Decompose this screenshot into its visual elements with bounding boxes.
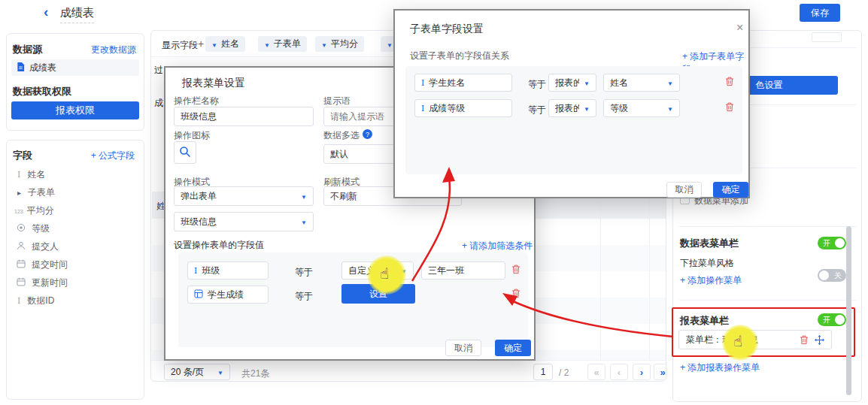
partial-control [812, 32, 842, 42]
permission-title: 数据获取权限 [13, 85, 71, 98]
hand-cursor-icon: ☝ [380, 264, 389, 283]
field-input-class[interactable]: 班级 [187, 261, 269, 280]
dropdown-style-toggle[interactable]: 关 [818, 269, 846, 282]
report-menu-title: 报表菜单栏 [680, 314, 729, 328]
tip-label: 提示语 [323, 95, 351, 107]
caret-down-icon [217, 367, 223, 377]
panel-scrollbar[interactable] [846, 226, 851, 395]
number-icon [14, 205, 23, 216]
option-icon [17, 223, 26, 234]
hand-cursor-icon: ☝ [733, 332, 742, 350]
table-menu-toggle[interactable]: 开 [818, 237, 846, 249]
change-datasource-link[interactable]: 更改数据源 [91, 44, 136, 56]
add-filter-link[interactable]: + 请添加筛选条件 [462, 240, 533, 252]
caret-down-icon [584, 103, 590, 113]
op-icon-picker[interactable] [174, 141, 196, 164]
question-icon[interactable]: ? [363, 129, 372, 139]
relation-section-title: 设置子表单的字段值关系 [410, 50, 509, 62]
page-size-select[interactable]: 20 条/页 [164, 364, 230, 380]
op-mode-select[interactable]: 弹出表单 [174, 186, 314, 206]
multi-select-label: 数据多选 [323, 129, 360, 142]
calendar-icon [17, 259, 26, 271]
confirm-button[interactable]: 确定 [713, 182, 748, 198]
text-field-icon [17, 295, 20, 306]
text-field-icon [421, 103, 424, 113]
op-name-label: 操作栏名称 [174, 95, 219, 107]
report-permission-button[interactable]: 报表权限 [11, 101, 139, 119]
add-action-menu-link[interactable]: + 添加操作菜单 [680, 274, 742, 287]
page-total-label: / 2 [559, 367, 569, 378]
next-page-button[interactable]: › [633, 364, 651, 380]
fields-title: 字段 [13, 149, 32, 162]
confirm-button[interactable]: 确定 [495, 340, 531, 356]
cancel-button[interactable]: 取消 [666, 182, 702, 198]
field-item-average[interactable]: 平均分 [14, 202, 54, 219]
form-icon [194, 289, 203, 301]
report-menu-toggle[interactable]: 开 [818, 313, 846, 326]
add-display-field-button[interactable]: + [198, 38, 204, 50]
text-field-icon [17, 169, 20, 180]
operator-label: 等于 [528, 104, 546, 116]
subform-field-input[interactable]: 成绩等级 [414, 99, 512, 117]
table-column-divider [649, 192, 650, 360]
last-page-button[interactable]: » [654, 364, 666, 380]
field-item-name[interactable]: 姓名 [17, 166, 45, 183]
field-item-data-id[interactable]: 数据ID [17, 292, 54, 309]
first-page-button[interactable]: « [587, 364, 605, 380]
move-icon[interactable] [815, 335, 824, 345]
datasource-card: 数据源 更改数据源 成绩表 数据获取权限 报表权限 [6, 33, 144, 131]
page-title: 成绩表 [60, 6, 94, 23]
field-item-subform[interactable]: 子表单 [17, 184, 55, 201]
form-select[interactable]: 班级信息 [174, 212, 314, 231]
caret-down-icon [667, 103, 673, 113]
close-icon[interactable]: × [736, 21, 743, 35]
field-item-submitter[interactable]: 提交人 [17, 238, 59, 255]
delete-icon[interactable] [511, 264, 520, 274]
subform-field-input[interactable]: 学生姓名 [414, 74, 512, 92]
modal-title: 子表单字段设置 [410, 23, 484, 36]
prev-page-button[interactable]: ‹ [610, 364, 628, 380]
cancel-button[interactable]: 取消 [445, 340, 481, 356]
modal-title: 报表菜单设置 [182, 77, 245, 90]
delete-icon[interactable] [800, 335, 809, 345]
target-select[interactable]: 姓名 [603, 74, 680, 92]
add-formula-field-link[interactable]: + 公式字段 [91, 150, 135, 162]
field-item-submit-time[interactable]: 提交时间 [17, 256, 68, 273]
caret-down-icon [387, 39, 393, 50]
field-pill-average[interactable]: 平均分 [315, 36, 364, 52]
caret-down-icon [321, 39, 327, 50]
field-pill-name[interactable]: 姓名 [205, 36, 245, 52]
source-select[interactable]: 报表的... [548, 74, 596, 92]
back-icon[interactable]: ‹ [44, 4, 48, 20]
operator-label: 等于 [528, 78, 546, 91]
caret-down-icon [211, 39, 217, 50]
field-item-update-time[interactable]: 更新时间 [17, 274, 68, 291]
field-value-section-title: 设置操作表单的字段值 [174, 239, 264, 252]
text-field-icon [194, 265, 197, 276]
field-value-panel: 班级 等于 自定义 三年一班 学生成绩 等于 设置 [178, 252, 528, 347]
source-select[interactable]: 报表的... [548, 99, 596, 117]
value-input[interactable]: 三年一班 [421, 261, 505, 280]
delete-icon[interactable] [725, 102, 734, 112]
text-field-icon [421, 77, 424, 88]
caret-down-icon [301, 191, 307, 201]
current-page-input[interactable]: 1 [533, 364, 553, 380]
op-name-input[interactable]: 班级信息 [174, 107, 314, 126]
save-button[interactable]: 保存 [800, 4, 840, 22]
bg-filter-label: 过 [154, 64, 163, 77]
operator-label: 等于 [295, 266, 313, 279]
field-item-grade[interactable]: 等级 [17, 220, 50, 237]
relation-panel: 学生姓名 等于 报表的... 姓名 成绩等级 等于 报表的... 等级 [405, 66, 742, 174]
field-pill-subform[interactable]: 子表单 [258, 36, 307, 52]
delete-icon[interactable] [511, 289, 520, 298]
calendar-icon [17, 277, 26, 289]
datasource-item[interactable]: 成绩表 [11, 59, 139, 76]
panel-divider [679, 226, 857, 227]
report-menu-highlight-box: 报表菜单栏 开 菜单栏：班级信息 [672, 307, 855, 357]
target-select[interactable]: 等级 [603, 99, 680, 117]
add-report-menu-link[interactable]: + 添加报表操作菜单 [680, 361, 760, 374]
subform-field-settings-modal: 子表单字段设置 × 设置子表单的字段值关系 + 添加子表单字段 学生姓名 等于 … [393, 9, 750, 198]
field-input-student-score[interactable]: 学生成绩 [187, 286, 269, 304]
person-icon [17, 241, 26, 252]
delete-icon[interactable] [725, 77, 734, 86]
